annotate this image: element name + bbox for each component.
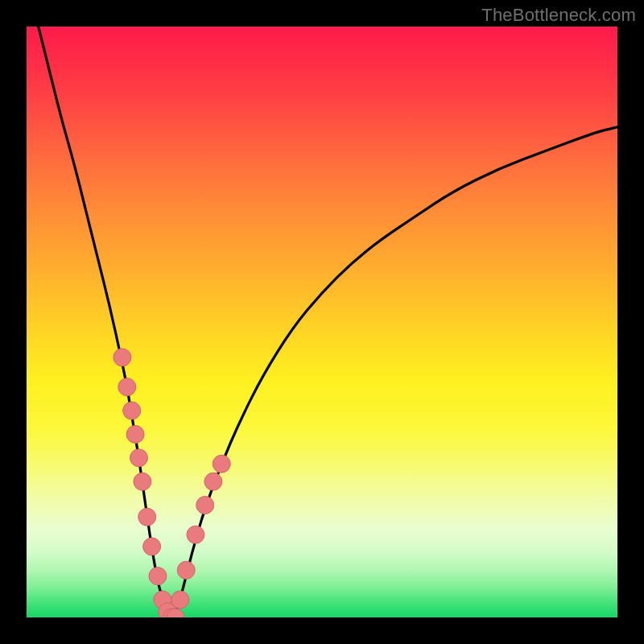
- plot-area: [27, 27, 617, 617]
- sample-marker: [134, 473, 151, 490]
- sample-marker: [196, 497, 214, 514]
- sample-marker: [118, 378, 136, 396]
- sample-marker: [138, 508, 156, 526]
- sample-marker: [149, 568, 167, 585]
- chart-svg: [27, 27, 617, 617]
- chart-frame: TheBottleneck.com: [0, 0, 644, 644]
- sample-marker: [213, 455, 230, 473]
- sample-marker: [177, 561, 195, 579]
- sample-marker: [204, 473, 222, 490]
- bottleneck-curve: [39, 27, 617, 617]
- watermark-text: TheBottleneck.com: [481, 5, 636, 26]
- sample-marker: [114, 349, 131, 366]
- marker-layer: [114, 349, 230, 617]
- sample-marker: [187, 526, 204, 543]
- sample-marker: [130, 449, 148, 467]
- sample-marker: [143, 538, 161, 555]
- sample-marker: [123, 402, 141, 419]
- sample-marker: [126, 426, 144, 444]
- sample-marker: [171, 591, 189, 609]
